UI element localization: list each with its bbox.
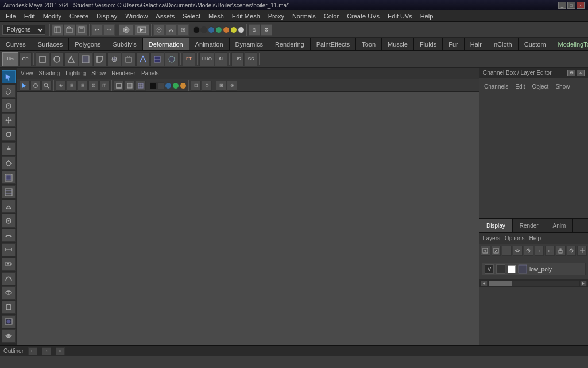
layer-visibility-toggle[interactable]: V [485,264,494,274]
vp-color1[interactable] [150,82,157,89]
vp-zoom[interactable] [41,80,52,91]
toolbar-save[interactable] [76,24,87,36]
menu-create[interactable]: Create [66,12,92,21]
vp-tool-b[interactable]: ⊞ [67,80,77,91]
tab-deformation[interactable]: Deformation [143,38,189,50]
layer-icon-8[interactable] [567,246,577,256]
tool-surface[interactable] [2,286,16,300]
mode-selector[interactable]: Polygons Surfaces Dynamics Rendering [2,25,45,35]
shelf-cp[interactable]: CP [19,52,32,66]
layer-delete[interactable] [492,246,501,256]
vp-color3[interactable] [165,82,172,89]
minimize-button[interactable]: _ [558,2,566,9]
vp-menu-lighting[interactable]: Lighting [65,70,86,76]
tab-curves[interactable]: Curves [0,38,32,50]
menu-select[interactable]: Select [179,12,204,21]
menu-help[interactable]: Help [417,12,437,21]
shelf-tool7[interactable] [122,52,136,66]
scroll-thumb[interactable] [489,281,512,286]
tool-crease[interactable] [2,229,16,242]
menu-editmesh[interactable]: Edit Mesh [229,12,264,21]
subtab-layers[interactable]: Layers [483,235,500,241]
toolbar-new[interactable] [52,24,63,36]
color-dot-blue[interactable] [208,26,215,33]
outliner-btn1[interactable]: □ [28,347,37,355]
outliner-btn3[interactable]: × [56,347,65,355]
menu-window[interactable]: Window [122,12,151,21]
tool-poly-sel1[interactable] [2,171,16,184]
layer-icon-9[interactable] [577,246,587,256]
tab-ncloth[interactable]: nCloth [488,38,519,50]
maximize-button[interactable]: □ [567,2,575,9]
tool-transform[interactable] [2,156,16,170]
layer-type-indicator[interactable] [496,264,505,274]
scroll-track[interactable] [489,281,579,286]
shelf-tool3[interactable] [64,52,78,66]
vp-tool-c[interactable]: ⊟ [78,80,88,91]
tool-select[interactable] [2,70,16,83]
shelf-tool8[interactable] [136,52,150,66]
menu-modify[interactable]: Modify [40,12,65,21]
toolbar-snap-point[interactable] [177,24,189,36]
toolbar-render-frame[interactable] [134,24,149,36]
vp-camera-orbit[interactable] [30,80,41,91]
layer-hide[interactable] [513,246,523,256]
menu-file[interactable]: File [2,12,20,21]
tab-animation[interactable]: Animation [189,38,230,50]
layer-tab-render[interactable]: Render [513,219,546,232]
tool-poly-sel2[interactable] [2,185,16,198]
layer-template[interactable]: T [535,246,544,256]
vp-shade-wire[interactable] [136,80,146,91]
shelf-ss[interactable]: SS [245,52,257,66]
menu-display[interactable]: Display [93,12,121,21]
tool-lasso[interactable] [2,85,16,98]
vp-tool-a[interactable]: ◈ [56,80,66,91]
tool-deform[interactable] [2,301,16,314]
tab-toon[interactable]: Toon [356,38,382,50]
shelf-tool2[interactable] [50,52,64,66]
tab-rendering[interactable]: Rendering [269,38,311,50]
tab-painteffects[interactable]: PaintEffects [311,38,357,50]
menu-assets[interactable]: Assets [152,12,178,21]
scroll-left[interactable]: ◄ [481,281,488,286]
shelf-tool6[interactable] [107,52,121,66]
layer-icon-7[interactable] [556,246,566,256]
vp-color4[interactable] [172,82,179,89]
tool-render-view[interactable] [2,315,16,328]
menu-normals[interactable]: Normals [289,12,319,21]
tool-rivet[interactable] [2,214,16,227]
menu-edituvs[interactable]: Edit UVs [384,12,416,21]
vp-frame[interactable]: ⊡ [191,80,201,91]
toolbar-snap-grid[interactable] [153,24,165,36]
tool-rotate[interactable] [2,128,16,141]
ch-menu-channels[interactable]: Channels [482,82,510,91]
shelf-all[interactable]: All [215,52,227,66]
layer-new[interactable] [481,246,490,256]
menu-proxy[interactable]: Proxy [265,12,288,21]
shelf-tool9[interactable] [150,52,164,66]
tool-paint-select[interactable] [2,99,16,112]
layer-tab-display[interactable]: Display [479,219,513,232]
tab-hair[interactable]: Hair [465,38,488,50]
tab-modelingtools[interactable]: ModelingTools [552,38,588,50]
vp-color5[interactable] [180,82,187,89]
shelf-tool5[interactable] [93,52,107,66]
ch-menu-show[interactable]: Show [553,82,572,91]
toolbar-options[interactable]: ⚙ [261,24,272,36]
panel-close[interactable]: × [577,70,585,76]
vp-wire[interactable] [114,80,124,91]
tool-show-hide[interactable] [2,329,16,343]
ch-menu-object[interactable]: Object [530,82,551,91]
layer-show[interactable] [524,246,533,256]
vp-select-tool[interactable] [20,80,30,91]
shelf-tool4[interactable] [79,52,92,66]
ch-menu-edit[interactable]: Edit [513,82,527,91]
shelf-tool10[interactable] [165,52,179,66]
close-button[interactable]: × [577,2,585,9]
color-dot-dark[interactable] [200,26,207,33]
toolbar-undo[interactable]: ↩ [91,24,103,36]
toolbar-open[interactable] [64,24,75,36]
viewport[interactable]: View Shading Lighting Show Renderer Pane… [17,68,479,345]
vp-menu-view[interactable]: View [21,70,33,76]
outliner-btn2[interactable]: ↕ [42,347,51,355]
